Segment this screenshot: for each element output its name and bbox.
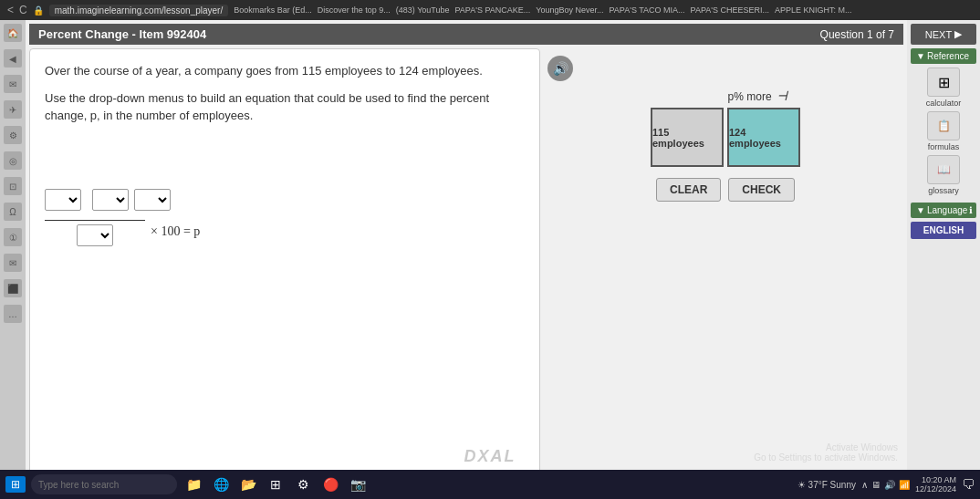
taskbar-icon-files[interactable]: 📂 xyxy=(237,473,259,495)
notification-icon[interactable]: 🗨 xyxy=(962,477,975,492)
taskbar-icon-file-explorer[interactable]: 📁 xyxy=(182,473,204,495)
equation-row-top xyxy=(45,189,525,211)
formulas-label: formulas xyxy=(928,142,960,151)
tab-3[interactable]: (483) YouTube xyxy=(396,5,450,15)
equation-fraction-row: × 100 = p xyxy=(45,218,525,246)
taskbar-icon-settings[interactable]: ⚙ xyxy=(292,473,314,495)
sidebar-icon-4[interactable]: ✈ xyxy=(4,100,22,119)
dell-logo: DXAL xyxy=(464,447,516,466)
calculator-icon: ⊞ xyxy=(927,68,960,97)
left-sidebar: 🏠 ◀ ✉ ✈ ⚙ ◎ ⊡ Ω ① ✉ ⬛ … xyxy=(0,20,26,483)
sound-button[interactable]: 🔊 xyxy=(547,56,573,81)
english-button[interactable]: ENGLISH xyxy=(911,222,976,239)
tray-icon-4: 📶 xyxy=(899,480,910,490)
action-buttons: CLEAR CHECK xyxy=(656,178,795,202)
check-button[interactable]: CHECK xyxy=(728,178,795,202)
clear-button[interactable]: CLEAR xyxy=(656,178,721,202)
boxes-row: 115 employees 124 employees xyxy=(651,108,800,167)
tool-formulas[interactable]: 📋 formulas xyxy=(911,111,976,151)
question-text-2: Use the drop-down menus to build an equa… xyxy=(45,89,525,125)
glossary-label: glossary xyxy=(928,186,959,195)
tool-calculator[interactable]: ⊞ calculator xyxy=(911,68,976,108)
back-btn[interactable]: < xyxy=(7,4,14,16)
weather-text: 37°F Sunny xyxy=(808,480,856,490)
reload-btn[interactable]: C xyxy=(19,4,27,16)
taskbar-search[interactable] xyxy=(31,474,177,494)
taskbar-icon-app1[interactable]: 🔴 xyxy=(319,473,341,495)
glossary-icon: 📖 xyxy=(927,155,960,184)
tool-glossary[interactable]: 📖 glossary xyxy=(911,155,976,195)
weather-icon: ☀ xyxy=(798,480,806,490)
fraction-line xyxy=(45,220,145,221)
language-section[interactable]: ▼ Language ℹ xyxy=(911,203,976,218)
question-panel: Over the course of a year, a company goe… xyxy=(29,48,540,479)
question-area: Over the course of a year, a company goe… xyxy=(29,48,903,479)
tab-6[interactable]: PAPA'S TACO MIA... xyxy=(610,5,685,15)
box-115: 115 employees xyxy=(651,108,724,167)
sidebar-icon-9[interactable]: ① xyxy=(4,228,22,246)
dropdown-3[interactable] xyxy=(134,189,171,211)
box-115-rect: 115 employees xyxy=(651,108,724,167)
app-container: 🏠 ◀ ✉ ✈ ⚙ ◎ ⊡ Ω ① ✉ ⬛ … Percent Change -… xyxy=(0,20,980,483)
taskbar-icon-store[interactable]: ⊞ xyxy=(265,473,287,495)
tab-2[interactable]: Discover the top 9... xyxy=(318,5,391,15)
weather-info: ☀ 37°F Sunny xyxy=(798,480,856,490)
sidebar-icon-10[interactable]: ✉ xyxy=(4,254,22,272)
sidebar-icon-1[interactable]: 🏠 xyxy=(4,24,22,42)
tray-icon-3: 🔊 xyxy=(884,480,895,490)
diagram-visual: p% more ⊣ 115 employees 124 employees xyxy=(651,88,800,167)
taskbar: ⊞ 📁 🌐 📂 ⊞ ⚙ 🔴 📷 ☀ 37°F Sunny ∧ 🖥 🔊 📶 10:… xyxy=(0,470,980,499)
calculator-label: calculator xyxy=(926,99,962,108)
taskbar-icon-camera[interactable]: 📷 xyxy=(347,473,369,495)
lock-icon: 🔒 xyxy=(33,5,44,16)
fraction-wrapper xyxy=(45,218,145,246)
page-header: Percent Change - Item 992404 Question 1 … xyxy=(29,24,903,45)
sidebar-icon-8[interactable]: Ω xyxy=(4,203,22,221)
box-124: 124 employees xyxy=(727,108,800,167)
question-text-1: Over the course of a year, a company goe… xyxy=(45,62,525,80)
language-info-icon: ℹ xyxy=(969,205,973,215)
tab-8[interactable]: APPLE KNIGHT: M... xyxy=(775,5,852,15)
date-text: 12/12/2024 xyxy=(915,484,956,494)
next-button[interactable]: NEXT ▶ xyxy=(911,24,976,45)
sidebar-icon-11[interactable]: ⬛ xyxy=(4,279,22,297)
time-text: 10:20 AM xyxy=(915,475,956,484)
language-chevron: ▼ xyxy=(916,205,925,215)
right-sidebar: NEXT ▶ ▼ Reference ⊞ calculator 📋 formul… xyxy=(907,20,980,483)
sidebar-icon-5[interactable]: ⚙ xyxy=(4,126,22,144)
formulas-icon: 📋 xyxy=(927,111,960,140)
dropdown-1[interactable] xyxy=(45,189,81,211)
next-arrow-icon: ▶ xyxy=(954,28,962,40)
taskbar-icon-browser[interactable]: 🌐 xyxy=(210,473,232,495)
equation-builder: × 100 = p xyxy=(45,180,525,246)
main-content: Percent Change - Item 992404 Question 1 … xyxy=(26,20,907,483)
tab-5[interactable]: YoungBoy Never... xyxy=(536,5,603,15)
dropdown-2[interactable] xyxy=(92,189,129,211)
tab-1[interactable]: Bookmarks Bar (Ed... xyxy=(234,5,312,15)
page-title: Percent Change - Item 992404 xyxy=(38,27,206,41)
diagram-panel: 🔊 p% more ⊣ 115 employees xyxy=(547,48,903,479)
reference-chevron: ▼ xyxy=(916,51,925,61)
sidebar-icon-2[interactable]: ◀ xyxy=(4,49,22,68)
browser-chrome: < C 🔒 math.imaginelearning.com/lesson_pl… xyxy=(0,0,980,20)
sidebar-icon-3[interactable]: ✉ xyxy=(4,75,22,93)
times-100-text: × 100 = p xyxy=(151,224,200,239)
p-more-label: p% more ⊣ xyxy=(728,88,791,104)
sidebar-icon-6[interactable]: ◎ xyxy=(4,151,22,170)
sidebar-icon-7[interactable]: ⊡ xyxy=(4,177,22,195)
time-display: 10:20 AM 12/12/2024 xyxy=(915,475,956,494)
start-button[interactable]: ⊞ xyxy=(5,476,26,493)
language-label: Language xyxy=(927,205,968,215)
address-bar[interactable]: math.imaginelearning.com/lesson_player/ xyxy=(49,5,229,16)
sidebar-icon-12[interactable]: … xyxy=(4,305,22,323)
box-115-label: 115 employees xyxy=(652,127,722,149)
tab-7[interactable]: PAPA'S CHEESERI... xyxy=(691,5,769,15)
reference-label: Reference xyxy=(927,51,969,61)
reference-section[interactable]: ▼ Reference xyxy=(911,48,976,64)
tab-4[interactable]: PAPA'S PANCAKE... xyxy=(455,5,531,15)
taskbar-right: ☀ 37°F Sunny ∧ 🖥 🔊 📶 10:20 AM 12/12/2024… xyxy=(798,475,975,494)
tray-icon-2: 🖥 xyxy=(871,480,881,490)
system-tray: ∧ 🖥 🔊 📶 xyxy=(861,480,910,490)
dropdown-4[interactable] xyxy=(77,224,113,246)
box-124-label: 124 employees xyxy=(729,127,798,149)
